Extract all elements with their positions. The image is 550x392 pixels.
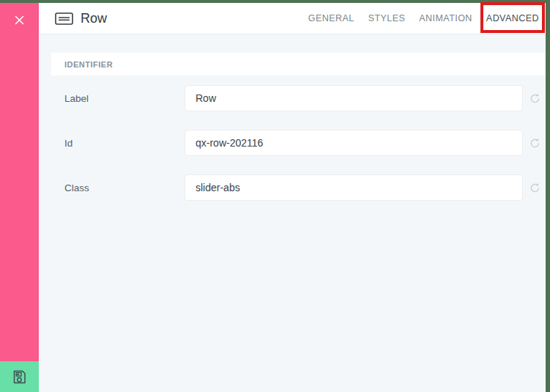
refresh-icon (529, 182, 541, 194)
label-field-label: Label (64, 93, 185, 104)
row-element-icon (55, 12, 73, 25)
save-button[interactable] (0, 361, 39, 392)
close-icon (14, 15, 25, 26)
tab-general[interactable]: GENERAL (308, 9, 355, 28)
id-field-row: Id (64, 130, 541, 156)
panel-title: Row (81, 11, 107, 26)
id-field-input[interactable] (185, 130, 523, 156)
tab-styles[interactable]: STYLES (368, 9, 406, 28)
identifier-section-title: IDENTIFIER (64, 60, 113, 69)
label-field-reset-button[interactable] (529, 92, 541, 105)
element-settings-panel: Row GENERAL STYLES ANIMATION ADVANCED ID… (39, 3, 546, 392)
advanced-tab-content: IDENTIFIER Label Id Class (39, 53, 546, 201)
frame-right-border (546, 0, 550, 392)
sidebar (0, 3, 39, 392)
refresh-icon (529, 137, 541, 149)
refresh-icon (529, 92, 541, 105)
class-field-label: Class (64, 182, 185, 193)
tab-advanced[interactable]: ADVANCED (486, 9, 540, 28)
frame-top-border (0, 0, 550, 3)
save-floppy-icon (12, 369, 27, 385)
tab-animation[interactable]: ANIMATION (418, 9, 473, 28)
id-field-reset-button[interactable] (529, 137, 541, 149)
tab-bar: GENERAL STYLES ANIMATION ADVANCED (308, 9, 540, 28)
panel-header: Row GENERAL STYLES ANIMATION ADVANCED (39, 3, 546, 34)
close-button[interactable] (0, 3, 39, 37)
id-field-label: Id (64, 138, 185, 149)
label-field-input[interactable] (185, 85, 523, 111)
label-field-row: Label (64, 85, 541, 111)
identifier-section-header: IDENTIFIER (51, 53, 546, 75)
class-field-row: Class (64, 174, 541, 201)
class-field-reset-button[interactable] (529, 182, 541, 194)
class-field-input[interactable] (185, 174, 523, 201)
